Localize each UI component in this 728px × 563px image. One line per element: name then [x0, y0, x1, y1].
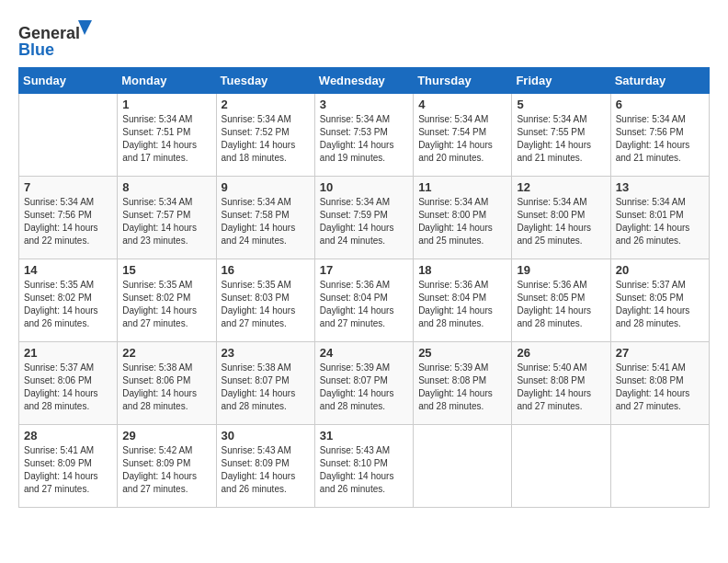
- day-number: 11: [418, 180, 506, 194]
- day-info: Sunrise: 5:37 AMSunset: 8:06 PMDaylight:…: [24, 362, 112, 413]
- day-cell: 21Sunrise: 5:37 AMSunset: 8:06 PMDayligh…: [19, 342, 118, 425]
- day-header-wednesday: Wednesday: [314, 68, 413, 94]
- day-cell: 27Sunrise: 5:41 AMSunset: 8:08 PMDayligh…: [610, 342, 709, 425]
- day-info: Sunrise: 5:43 AMSunset: 8:09 PMDaylight:…: [222, 444, 310, 496]
- svg-text:Blue: Blue: [18, 40, 54, 59]
- day-header-thursday: Thursday: [414, 68, 512, 94]
- day-info: Sunrise: 5:39 AMSunset: 8:07 PMDaylight:…: [320, 362, 408, 413]
- day-cell: 19Sunrise: 5:36 AMSunset: 8:05 PMDayligh…: [512, 259, 610, 342]
- day-cell: 5Sunrise: 5:34 AMSunset: 7:55 PMDaylight…: [512, 94, 610, 177]
- day-info: Sunrise: 5:42 AMSunset: 8:09 PMDaylight:…: [122, 444, 210, 496]
- day-number: 19: [517, 263, 605, 277]
- day-info: Sunrise: 5:34 AMSunset: 7:53 PMDaylight:…: [320, 113, 408, 165]
- day-cell: 15Sunrise: 5:35 AMSunset: 8:02 PMDayligh…: [118, 259, 216, 342]
- day-info: Sunrise: 5:34 AMSunset: 8:00 PMDaylight:…: [517, 196, 605, 247]
- day-number: 13: [616, 180, 704, 194]
- day-number: 20: [616, 263, 704, 277]
- day-number: 15: [122, 263, 210, 277]
- day-number: 31: [320, 429, 408, 442]
- day-cell: 1Sunrise: 5:34 AMSunset: 7:51 PMDaylight…: [118, 94, 216, 177]
- day-cell: 16Sunrise: 5:35 AMSunset: 8:03 PMDayligh…: [216, 259, 314, 342]
- day-info: Sunrise: 5:34 AMSunset: 8:01 PMDaylight:…: [616, 196, 704, 247]
- day-cell: 6Sunrise: 5:34 AMSunset: 7:56 PMDaylight…: [610, 94, 709, 177]
- day-cell: [19, 94, 118, 177]
- day-cell: 11Sunrise: 5:34 AMSunset: 8:00 PMDayligh…: [414, 177, 512, 259]
- day-number: 21: [24, 346, 112, 360]
- day-number: 27: [616, 346, 704, 360]
- day-cell: 9Sunrise: 5:34 AMSunset: 7:58 PMDaylight…: [216, 177, 314, 259]
- day-header-friday: Friday: [512, 68, 610, 94]
- day-cell: 2Sunrise: 5:34 AMSunset: 7:52 PMDaylight…: [216, 94, 314, 177]
- day-number: 26: [517, 346, 605, 360]
- day-cell: 13Sunrise: 5:34 AMSunset: 8:01 PMDayligh…: [610, 177, 709, 259]
- day-cell: 7Sunrise: 5:34 AMSunset: 7:56 PMDaylight…: [19, 177, 118, 259]
- day-info: Sunrise: 5:35 AMSunset: 8:02 PMDaylight:…: [24, 279, 112, 330]
- week-row-5: 28Sunrise: 5:41 AMSunset: 8:09 PMDayligh…: [19, 425, 710, 508]
- day-cell: 10Sunrise: 5:34 AMSunset: 7:59 PMDayligh…: [314, 177, 413, 259]
- day-info: Sunrise: 5:34 AMSunset: 8:00 PMDaylight:…: [418, 196, 506, 247]
- day-info: Sunrise: 5:37 AMSunset: 8:05 PMDaylight:…: [616, 279, 704, 330]
- day-cell: 23Sunrise: 5:38 AMSunset: 8:07 PMDayligh…: [216, 342, 314, 425]
- day-cell: 26Sunrise: 5:40 AMSunset: 8:08 PMDayligh…: [512, 342, 610, 425]
- day-info: Sunrise: 5:43 AMSunset: 8:10 PMDaylight:…: [320, 444, 408, 496]
- day-cell: 14Sunrise: 5:35 AMSunset: 8:02 PMDayligh…: [19, 259, 118, 342]
- day-info: Sunrise: 5:34 AMSunset: 7:56 PMDaylight:…: [24, 196, 112, 247]
- day-cell: 12Sunrise: 5:34 AMSunset: 8:00 PMDayligh…: [512, 177, 610, 259]
- day-info: Sunrise: 5:38 AMSunset: 8:07 PMDaylight:…: [222, 362, 310, 413]
- day-number: 6: [616, 98, 704, 111]
- day-number: 14: [24, 263, 112, 277]
- day-header-saturday: Saturday: [610, 68, 709, 94]
- day-info: Sunrise: 5:34 AMSunset: 7:55 PMDaylight:…: [517, 113, 605, 165]
- day-info: Sunrise: 5:34 AMSunset: 7:56 PMDaylight:…: [616, 113, 704, 165]
- day-cell: 31Sunrise: 5:43 AMSunset: 8:10 PMDayligh…: [314, 425, 413, 508]
- day-number: 8: [122, 180, 210, 194]
- day-cell: [610, 425, 709, 508]
- day-header-tuesday: Tuesday: [216, 68, 314, 94]
- day-cell: 3Sunrise: 5:34 AMSunset: 7:53 PMDaylight…: [314, 94, 413, 177]
- day-cell: [414, 425, 512, 508]
- day-number: 4: [418, 98, 506, 111]
- day-number: 17: [320, 263, 408, 277]
- day-number: 2: [222, 98, 310, 111]
- day-cell: 8Sunrise: 5:34 AMSunset: 7:57 PMDaylight…: [118, 177, 216, 259]
- day-number: 28: [24, 429, 112, 442]
- day-info: Sunrise: 5:39 AMSunset: 8:08 PMDaylight:…: [418, 362, 506, 413]
- logo: GeneralBlue: [18, 18, 92, 60]
- day-info: Sunrise: 5:34 AMSunset: 7:52 PMDaylight:…: [222, 113, 310, 165]
- day-cell: 20Sunrise: 5:37 AMSunset: 8:05 PMDayligh…: [610, 259, 709, 342]
- day-number: 30: [222, 429, 310, 442]
- day-header-monday: Monday: [118, 68, 216, 94]
- day-cell: 22Sunrise: 5:38 AMSunset: 8:06 PMDayligh…: [118, 342, 216, 425]
- day-number: 18: [418, 263, 506, 277]
- day-info: Sunrise: 5:36 AMSunset: 8:04 PMDaylight:…: [418, 279, 506, 330]
- day-info: Sunrise: 5:38 AMSunset: 8:06 PMDaylight:…: [122, 362, 210, 413]
- calendar-body: 1Sunrise: 5:34 AMSunset: 7:51 PMDaylight…: [19, 94, 710, 508]
- day-header-sunday: Sunday: [19, 68, 118, 94]
- week-row-4: 21Sunrise: 5:37 AMSunset: 8:06 PMDayligh…: [19, 342, 710, 425]
- day-cell: 18Sunrise: 5:36 AMSunset: 8:04 PMDayligh…: [414, 259, 512, 342]
- day-info: Sunrise: 5:34 AMSunset: 7:54 PMDaylight:…: [418, 113, 506, 165]
- day-info: Sunrise: 5:35 AMSunset: 8:02 PMDaylight:…: [122, 279, 210, 330]
- day-cell: 30Sunrise: 5:43 AMSunset: 8:09 PMDayligh…: [216, 425, 314, 508]
- day-number: 23: [222, 346, 310, 360]
- day-number: 12: [517, 180, 605, 194]
- day-info: Sunrise: 5:35 AMSunset: 8:03 PMDaylight:…: [222, 279, 310, 330]
- calendar-table: SundayMondayTuesdayWednesdayThursdayFrid…: [18, 67, 710, 508]
- day-number: 3: [320, 98, 408, 111]
- day-cell: 28Sunrise: 5:41 AMSunset: 8:09 PMDayligh…: [19, 425, 118, 508]
- day-number: 25: [418, 346, 506, 360]
- day-cell: 4Sunrise: 5:34 AMSunset: 7:54 PMDaylight…: [414, 94, 512, 177]
- day-cell: 24Sunrise: 5:39 AMSunset: 8:07 PMDayligh…: [314, 342, 413, 425]
- day-number: 1: [122, 98, 210, 111]
- week-row-2: 7Sunrise: 5:34 AMSunset: 7:56 PMDaylight…: [19, 177, 710, 259]
- day-number: 16: [222, 263, 310, 277]
- day-cell: 25Sunrise: 5:39 AMSunset: 8:08 PMDayligh…: [414, 342, 512, 425]
- day-number: 24: [320, 346, 408, 360]
- day-info: Sunrise: 5:41 AMSunset: 8:08 PMDaylight:…: [616, 362, 704, 413]
- week-row-3: 14Sunrise: 5:35 AMSunset: 8:02 PMDayligh…: [19, 259, 710, 342]
- day-number: 7: [24, 180, 112, 194]
- day-cell: [512, 425, 610, 508]
- day-number: 22: [122, 346, 210, 360]
- day-number: 9: [222, 180, 310, 194]
- logo-svg: GeneralBlue: [18, 18, 92, 60]
